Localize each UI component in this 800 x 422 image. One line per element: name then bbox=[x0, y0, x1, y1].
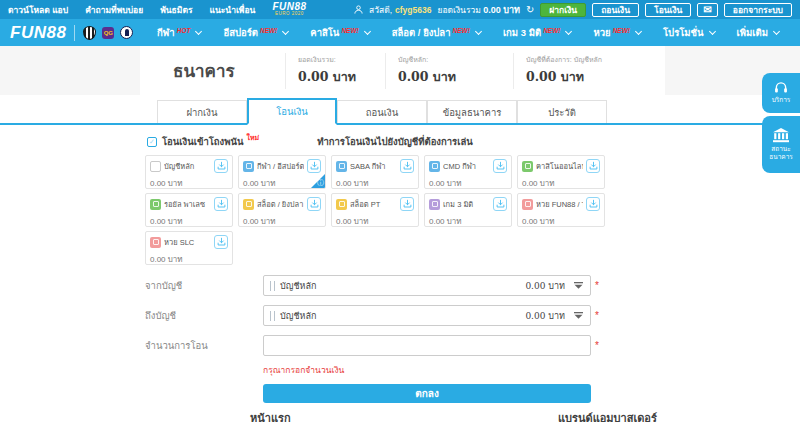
footer-home-heading: หน้าแรก bbox=[250, 409, 291, 422]
wallet-card-slots-fishing: สล็อต / ยิงปลา 0.00 บาท bbox=[238, 193, 326, 227]
nav-item-label: คาสิโน bbox=[310, 25, 339, 40]
transfer-in-icon[interactable] bbox=[214, 235, 228, 249]
transfer-all-checkbox[interactable]: ✓ bbox=[147, 137, 157, 147]
affiliate-link[interactable]: พันธมิตร bbox=[160, 3, 192, 17]
tab-transfer[interactable]: โอนเงิน bbox=[247, 98, 337, 125]
new-tag: NEW! bbox=[543, 27, 560, 34]
main-account-checkbox-icon[interactable] bbox=[150, 161, 161, 172]
transfer-in-icon[interactable] bbox=[307, 159, 321, 173]
transfer-amount-input[interactable] bbox=[263, 335, 591, 356]
balance-total: ยอดเงินรวม: 0.00 บาท bbox=[285, 53, 385, 89]
headset-icon bbox=[773, 81, 789, 94]
nav-item-esports[interactable]: อีสปอร์ตNEW! bbox=[212, 25, 299, 40]
from-account-value: บัญชีหลัก bbox=[280, 279, 520, 293]
logout-button[interactable]: ออกจากระบบ bbox=[724, 3, 792, 17]
transfer-instruction: ทำการโอนเงินไปยังบัญชีที่ต้องการเล่น bbox=[317, 134, 473, 149]
wallet-card-3d-games: เกม 3 มิติ 0.00 บาท bbox=[424, 193, 512, 227]
new-feature-tag: ใหม่ bbox=[247, 132, 260, 143]
tab-withdraw[interactable]: ถอนเงิน bbox=[337, 100, 427, 123]
transfer-in-icon[interactable] bbox=[586, 159, 600, 173]
wallet-icon bbox=[429, 199, 440, 210]
transfer-in-icon[interactable] bbox=[586, 197, 600, 211]
nav-item-label: เกม 3 มิติ bbox=[503, 25, 541, 40]
nav-item-lottery[interactable]: หวยNEW! bbox=[582, 25, 652, 40]
refresh-icon[interactable]: ↻ bbox=[526, 5, 534, 15]
balance-label: บัญชีหลัก: bbox=[398, 54, 501, 65]
chevron-down-icon bbox=[709, 27, 716, 34]
bank-tabs-bar: ฝากเงิน โอนเงิน ถอนเงิน ข้อมูลธนาคาร ประ… bbox=[0, 97, 800, 125]
to-account-amount: 0.00 บาท bbox=[525, 309, 565, 323]
transfer-form: จากบัญชี บัญชีหลัก 0.00 บาท * ถึงบัญชี บ… bbox=[145, 275, 625, 403]
greeting-word: สวัสดี, bbox=[369, 3, 392, 17]
wallet-name: รอยัล พาเลซ bbox=[164, 198, 211, 210]
wallet-card-royal-palace: รอยัล พาเลซ 0.00 บาท bbox=[145, 193, 233, 227]
wallet-name: คาสิโนออนไลน์ bbox=[536, 160, 583, 172]
transfer-button[interactable]: โอนเงิน bbox=[645, 3, 691, 17]
tab-deposit[interactable]: ฝากเงิน bbox=[157, 100, 247, 123]
transfer-in-icon[interactable] bbox=[214, 197, 228, 211]
nav-item-slots[interactable]: สล็อต / ยิงปลาNEW! bbox=[381, 25, 492, 40]
tab-history[interactable]: ประวัติ bbox=[517, 100, 607, 123]
tab-bank-info[interactable]: ข้อมูลธนาคาร bbox=[427, 100, 517, 123]
inbox-button[interactable]: ✉ bbox=[697, 3, 717, 17]
transfer-in-icon[interactable] bbox=[493, 197, 507, 211]
hot-tag: HOT bbox=[177, 27, 191, 34]
wallet-icon bbox=[336, 199, 347, 210]
bank-status-button[interactable]: สถานะธนาคาร bbox=[762, 116, 800, 173]
wallet-card-cmd: CMD กีฬา 0.00 บาท bbox=[424, 155, 512, 189]
nav-item-more[interactable]: เพิ่มเติม bbox=[726, 25, 790, 40]
balance-value: 0.00 บาท bbox=[526, 67, 653, 87]
transfer-in-icon[interactable] bbox=[400, 197, 414, 211]
submit-button[interactable]: ตกลง bbox=[263, 384, 591, 403]
to-account-label: ถึงบัญชี bbox=[145, 308, 263, 323]
fun88-small-logo[interactable]: FUN88 EURO 2020 bbox=[272, 2, 306, 17]
download-app-link[interactable]: ดาวน์โหลด แอป bbox=[8, 3, 68, 17]
nav-item-casino[interactable]: คาสิโนNEW! bbox=[299, 25, 380, 40]
transfer-in-icon[interactable] bbox=[493, 159, 507, 173]
transfer-in-icon[interactable] bbox=[307, 197, 321, 211]
transfer-options-row: ✓ โอนเงินเข้าโถงพนัน ใหม่ ทำการโอนเงินไป… bbox=[147, 134, 800, 149]
wallet-balance: 0.00 บาท bbox=[429, 215, 507, 227]
wallet-balance: 0.00 บาท bbox=[336, 177, 414, 189]
withdraw-button[interactable]: ถอนเงิน bbox=[592, 3, 639, 17]
topbar-account-area: สวัสดี, cfyg5636 ยอดเงินรวม 0.00 บาท ↻ ฝ… bbox=[354, 3, 792, 17]
chevron-down-icon bbox=[195, 27, 202, 34]
wallet-balance: 0.00 บาท bbox=[243, 215, 321, 227]
account-bars-icon bbox=[270, 311, 275, 321]
chevron-down-icon bbox=[773, 27, 780, 34]
nav-item-3d-games[interactable]: เกม 3 มิติNEW! bbox=[492, 25, 583, 40]
faq-link[interactable]: คำถามที่พบบ่อย bbox=[85, 3, 143, 17]
account-bars-icon bbox=[270, 281, 275, 291]
from-account-select[interactable]: บัญชีหลัก 0.00 บาท bbox=[263, 275, 591, 296]
customer-service-button[interactable]: บริการ bbox=[762, 73, 800, 113]
wallet-icon bbox=[522, 199, 533, 210]
balance-label: บัญชีที่ต้องการ: บัญชีหลัก bbox=[526, 54, 653, 65]
wallet-name: กีฬา / อีสปอร์ต bbox=[257, 160, 304, 172]
wallet-name: บัญชีหลัก bbox=[164, 160, 211, 172]
nav-item-promotions[interactable]: โปรโมชั่น bbox=[652, 25, 726, 40]
nav-item-label: อีสปอร์ต bbox=[223, 25, 258, 40]
from-account-amount: 0.00 บาท bbox=[525, 279, 565, 293]
nav-item-label: โปรโมชั่น bbox=[663, 25, 704, 40]
transfer-in-icon[interactable] bbox=[400, 159, 414, 173]
chevron-down-icon bbox=[573, 312, 584, 319]
required-mark: * bbox=[595, 340, 599, 351]
wallet-balance: 0.00 บาท bbox=[150, 177, 228, 189]
wallet-icon bbox=[429, 161, 440, 172]
wallet-card-lottery-slc: หวย SLC 0.00 บาท bbox=[145, 231, 233, 265]
fun88-logo[interactable]: FUN88 bbox=[10, 23, 66, 43]
transfer-in-icon[interactable] bbox=[214, 159, 228, 173]
chevron-down-icon bbox=[364, 27, 371, 34]
refer-friend-link[interactable]: แนะนำเพื่อน bbox=[210, 3, 256, 17]
nav-item-sports[interactable]: กีฬาHOT bbox=[146, 25, 212, 40]
bank-header-band: ธนาคาร ยอดเงินรวม: 0.00 บาท บัญชีหลัก: 0… bbox=[0, 46, 800, 95]
required-mark: * bbox=[595, 280, 599, 291]
wallet-name: CMD กีฬา bbox=[443, 160, 490, 172]
balance-value: 0.00 บาท bbox=[398, 67, 501, 87]
to-account-select[interactable]: บัญชีหลัก 0.00 บาท bbox=[263, 305, 591, 326]
amount-error-hint: กรุณากรอกจำนวนเงิน bbox=[263, 363, 625, 377]
deposit-button[interactable]: ฝากเงิน bbox=[540, 3, 586, 17]
wallet-name: สล็อต PT bbox=[350, 198, 397, 210]
wallet-icon bbox=[150, 199, 161, 210]
chevron-down-icon bbox=[475, 27, 482, 34]
